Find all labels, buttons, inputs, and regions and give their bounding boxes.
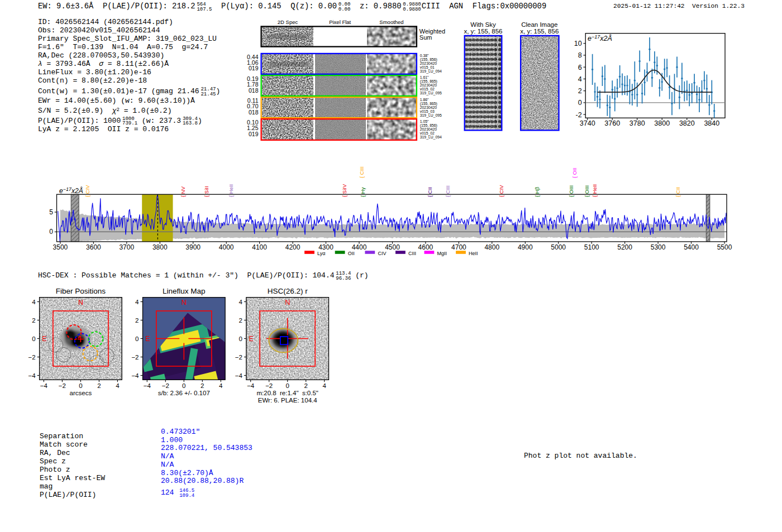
svg-text:4500: 4500	[385, 243, 400, 251]
svg-text:4300: 4300	[318, 243, 333, 251]
svg-text:−4: −4	[28, 372, 36, 379]
svg-text:−2: −2	[28, 354, 35, 361]
svg-text:{ CII: { CII	[675, 187, 681, 197]
svg-text:019: 019	[249, 131, 259, 137]
svg-text:018: 018	[249, 109, 259, 116]
svg-text:{ CIII: { CIII	[445, 185, 451, 197]
svg-text:0.38": 0.38"	[420, 54, 429, 57]
svg-text:5300: 5300	[651, 243, 666, 251]
svg-text:E: E	[42, 335, 46, 343]
svg-text:CIV: CIV	[378, 251, 386, 256]
svg-text:−2: −2	[235, 354, 242, 361]
svg-text:2: 2	[239, 317, 242, 324]
svg-text:3820: 3820	[679, 119, 695, 127]
svg-text:{ Hβ: { Hβ	[534, 186, 540, 197]
svg-text:5000: 5000	[551, 243, 566, 251]
svg-text:CIII: CIII	[408, 251, 416, 256]
svg-text:−4: −4	[131, 372, 139, 379]
svg-text:MgII: MgII	[437, 251, 447, 256]
svg-text:m:20.8 re:1.4" s:0.5": m:20.8 re:1.4" s:0.5"	[256, 390, 318, 396]
svg-text:EWr: 6. PLAE: 104.4: EWr: 6. PLAE: 104.4	[258, 397, 318, 404]
svg-text:319_LU_094: 319_LU_094	[420, 135, 442, 140]
svg-text:6: 6	[578, 64, 582, 71]
svg-text:x, y: 155, 856: x, y: 155, 856	[464, 28, 502, 35]
svg-text:5100: 5100	[584, 243, 599, 251]
svg-text:3740: 3740	[580, 119, 595, 127]
svg-text:319_LU_094: 319_LU_094	[420, 69, 442, 74]
svg-text:8: 8	[578, 51, 582, 59]
svg-text:OII: OII	[348, 251, 355, 256]
svg-text:1.61": 1.61"	[420, 75, 429, 79]
svg-text:0: 0	[49, 228, 53, 236]
svg-text:0: 0	[578, 99, 582, 107]
svg-text:1.86": 1.86"	[420, 98, 429, 102]
svg-text:{ CIV: { CIV	[84, 185, 90, 197]
svg-text:3800: 3800	[654, 119, 670, 127]
svg-text:{ CIV: { CIV	[498, 185, 504, 197]
svg-text:With Sky: With Sky	[470, 21, 496, 28]
svg-text:−4: −4	[144, 382, 151, 389]
svg-text:0: 0	[239, 336, 242, 342]
svg-text:4: 4	[32, 299, 36, 305]
svg-text:3760: 3760	[604, 119, 620, 127]
svg-text:3840: 3840	[704, 119, 719, 127]
svg-text:4600: 4600	[418, 243, 433, 251]
svg-text:3800: 3800	[152, 243, 168, 251]
svg-text:4: 4	[219, 382, 223, 389]
svg-text:4700: 4700	[451, 243, 466, 251]
svg-text:{ HeII: { HeII	[592, 184, 598, 197]
svg-text:{ SiII: { SiII	[203, 186, 209, 197]
svg-text:4800: 4800	[484, 243, 499, 251]
svg-text:4900: 4900	[518, 243, 533, 251]
svg-text:2D Spec: 2D Spec	[278, 19, 298, 25]
svg-text:{ OII: { OII	[571, 168, 578, 178]
svg-text:3500: 3500	[53, 243, 68, 251]
svg-text:{ CIII: { CIII	[359, 166, 365, 178]
svg-text:Sum: Sum	[419, 34, 432, 41]
svg-text:4: 4	[135, 299, 139, 305]
svg-text:−2: −2	[131, 354, 139, 361]
svg-text:2: 2	[97, 382, 101, 389]
svg-text:N: N	[285, 299, 290, 306]
svg-text:2: 2	[578, 87, 582, 95]
svg-text:4: 4	[578, 75, 582, 83]
svg-text:x, y: 155, 856: x, y: 155, 856	[520, 28, 559, 35]
svg-text:{ Hγ: { Hγ	[360, 187, 366, 197]
svg-text:Pixel Flat: Pixel Flat	[329, 19, 351, 25]
svg-text:e−17x2Å: e−17x2Å	[588, 34, 612, 42]
svg-text:{ NV: { NV	[180, 186, 186, 197]
svg-text:{ OIII: { OIII	[584, 185, 590, 197]
svg-text:4200: 4200	[285, 243, 301, 251]
svg-text:4: 4	[239, 299, 242, 305]
svg-text:20230420: 20230420	[420, 106, 437, 109]
svg-text:0: 0	[32, 336, 35, 342]
svg-text:3600: 3600	[86, 243, 101, 251]
svg-text:3700: 3700	[119, 243, 134, 251]
svg-text:3900: 3900	[185, 243, 201, 251]
svg-text:20230420: 20230420	[420, 83, 437, 87]
svg-text:s/b: 2.36 +/- 0.107: s/b: 2.36 +/- 0.107	[158, 390, 210, 396]
svg-text:arcsecs: arcsecs	[70, 390, 92, 396]
svg-text:{ HeII: { HeII	[228, 184, 234, 197]
svg-text:Fiber Positions: Fiber Positions	[56, 287, 106, 295]
svg-text:e−17x2Å: e−17x2Å	[59, 186, 83, 195]
svg-text:319_LU_095: 319_LU_095	[420, 113, 442, 118]
svg-text:HSC(26.2) r: HSC(26.2) r	[268, 287, 308, 295]
svg-text:319_LU_095: 319_LU_095	[420, 91, 442, 95]
svg-text:E: E	[249, 335, 254, 343]
svg-text:5: 5	[49, 208, 53, 216]
svg-text:Lineflux Map: Lineflux Map	[163, 287, 206, 295]
svg-text:1.05": 1.05"	[420, 119, 429, 123]
svg-text:Clean Image: Clean Image	[521, 21, 557, 28]
svg-text:{ CII: { CII	[427, 187, 433, 197]
svg-text:N: N	[182, 299, 187, 306]
svg-text:20230420: 20230420	[420, 127, 437, 131]
svg-text:2: 2	[304, 382, 307, 389]
svg-text:E: E	[145, 335, 150, 343]
svg-text:5400: 5400	[684, 243, 699, 251]
svg-text:5500: 5500	[717, 243, 732, 251]
svg-text:0: 0	[79, 382, 82, 389]
svg-text:4: 4	[116, 382, 120, 389]
svg-text:{ SiIV: { SiIV	[341, 184, 347, 197]
svg-text:−4: −4	[247, 382, 255, 389]
